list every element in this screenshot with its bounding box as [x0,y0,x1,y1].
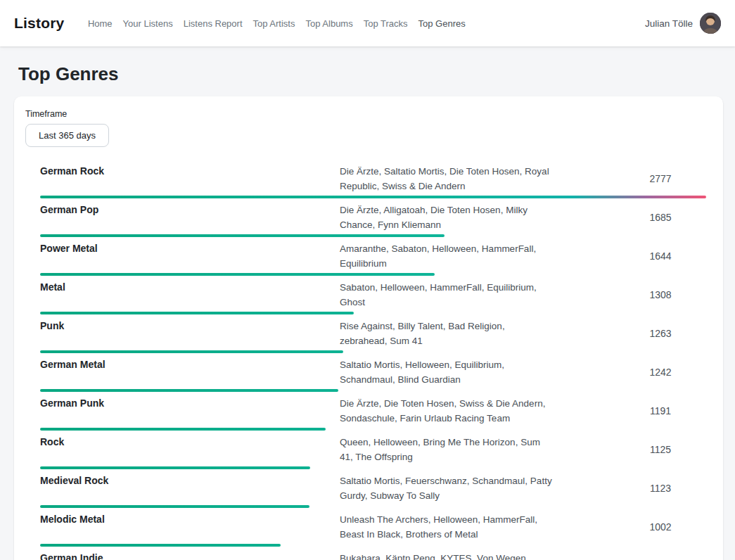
main-content: Top Genres Timeframe Last 365 days Germa… [0,63,735,560]
genre-count: 1263 [615,328,706,339]
genre-name: Medieval Rock [40,473,340,486]
user-area: Julian Tölle [645,13,721,34]
user-avatar[interactable] [700,13,721,34]
nav-item-listens-report[interactable]: Listens Report [178,14,248,33]
genre-count: 1123 [615,483,706,494]
genre-artists: Sabaton, Helloween, HammerFall, Equilibr… [340,279,553,310]
genre-count: 2777 [615,173,706,184]
genre-row: Medieval Rock Saltatio Mortis, Feuerschw… [40,469,706,508]
genre-artists: Die Ärzte, Saltatio Mortis, Die Toten Ho… [340,163,553,193]
top-genres-card: Timeframe Last 365 days German Rock Die … [14,96,723,560]
genre-name: German Rock [40,163,340,177]
genre-count: 1242 [615,367,706,378]
nav-item-top-genres[interactable]: Top Genres [413,14,471,33]
genre-name: Metal [40,279,340,293]
timeframe-value: Last 365 days [39,130,96,141]
timeframe-select[interactable]: Last 365 days [25,124,109,147]
nav-item-your-listens[interactable]: Your Listens [117,14,178,33]
genre-row: Power Metal Amaranthe, Sabaton, Hellowee… [40,237,706,276]
genre-name: Rock [40,434,340,447]
genre-name: Punk [40,318,340,331]
genre-count: 1125 [615,444,706,455]
genre-count: 1191 [615,405,706,416]
genre-count: 1685 [615,212,706,223]
genre-artists: Unleash The Archers, Helloween, HammerFa… [340,511,553,542]
user-name[interactable]: Julian Tölle [645,18,693,29]
genre-row: Melodic Metal Unleash The Archers, Hello… [40,508,706,547]
genre-name: German Punk [40,395,340,409]
genre-name: German Metal [40,357,340,370]
genre-artists: Amaranthe, Sabaton, Helloween, HammerFal… [340,241,553,271]
genre-artists: Queen, Helloween, Bring Me The Horizon, … [340,434,553,464]
genre-row: German Metal Saltatio Mortis, Helloween,… [40,353,706,392]
app-logo[interactable]: Listory [14,15,64,32]
genre-count: 1644 [615,250,706,262]
genre-artists: Die Ärzte, Die Toten Hosen, Swiss & Die … [340,395,553,426]
nav-item-home[interactable]: Home [82,14,117,33]
nav-item-top-albums[interactable]: Top Albums [300,14,358,33]
genre-row: German Rock Die Ärzte, Saltatio Mortis, … [40,160,706,198]
page-title: Top Genres [18,63,723,85]
genre-artists: Saltatio Mortis, Helloween, Equilibrium,… [340,357,553,387]
main-nav: Home Your Listens Listens Report Top Art… [82,14,471,33]
genre-list: German Rock Die Ärzte, Saltatio Mortis, … [40,160,706,560]
genre-row: Rock Queen, Helloween, Bring Me The Hori… [40,431,706,469]
genre-artists: Die Ärzte, Alligatoah, Die Toten Hosen, … [340,202,553,232]
genre-name: Power Metal [40,241,340,254]
genre-count: 1002 [615,521,706,533]
timeframe-label: Timeframe [25,109,706,119]
genre-row: German Punk Die Ärzte, Die Toten Hosen, … [40,392,706,431]
genre-name: German Pop [40,202,340,215]
genre-name: Melodic Metal [40,511,340,525]
genre-artists: Bukahara, Käptn Peng, KYTES, Von Wegen L… [340,550,553,560]
genre-count: 1308 [615,289,706,300]
genre-artists: Saltatio Mortis, Feuerschwanz, Schandmau… [340,473,553,503]
genre-name: German Indie [40,550,340,560]
genre-row: German Pop Die Ärzte, Alligatoah, Die To… [40,198,706,237]
navbar: Listory Home Your Listens Listens Report… [0,0,735,46]
nav-item-top-tracks[interactable]: Top Tracks [358,14,413,33]
genre-row: Punk Rise Against, Billy Talent, Bad Rel… [40,314,706,353]
user-avatar-image [700,13,721,34]
genre-row: Metal Sabaton, Helloween, HammerFall, Eq… [40,276,706,314]
genre-row: German Indie Bukahara, Käptn Peng, KYTES… [40,547,706,560]
nav-item-top-artists[interactable]: Top Artists [248,14,300,33]
genre-artists: Rise Against, Billy Talent, Bad Religion… [340,318,553,348]
